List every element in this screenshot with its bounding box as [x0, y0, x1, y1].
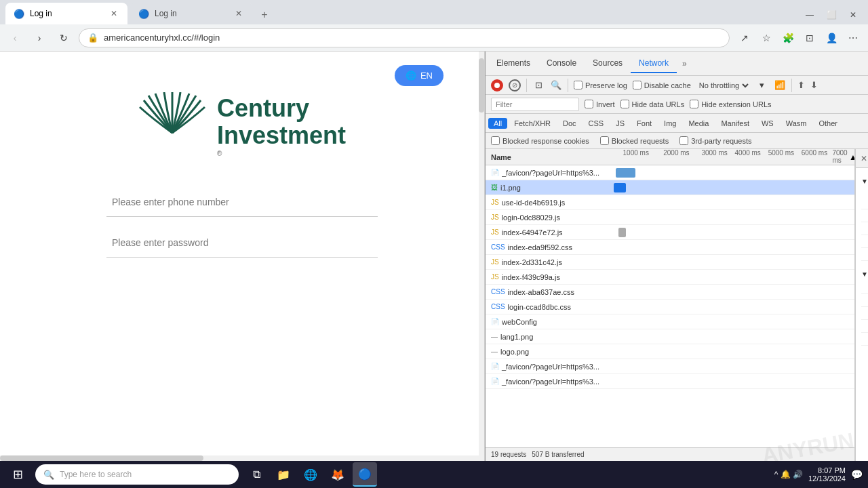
- type-all[interactable]: All: [488, 118, 507, 129]
- translate-button[interactable]: 🌐 EN: [395, 65, 443, 86]
- tab-1-close[interactable]: ✕: [108, 8, 119, 19]
- notification-icon[interactable]: 💬: [851, 469, 863, 480]
- file-row-14[interactable]: 📄 _favicon/?pageUrl=https%3...: [486, 374, 854, 389]
- type-fetch-xhr[interactable]: Fetch/XHR: [509, 118, 556, 129]
- v-scrollbar-thumb[interactable]: [479, 58, 484, 113]
- type-font[interactable]: Font: [631, 118, 657, 129]
- back-button[interactable]: ‹: [5, 28, 24, 47]
- file-row-3[interactable]: JS login-0dc88029.js: [486, 210, 854, 225]
- throttle-dropdown-icon[interactable]: ▾: [756, 79, 768, 92]
- sort-icon[interactable]: ▲: [849, 152, 854, 162]
- tab-2-close[interactable]: ✕: [233, 8, 244, 19]
- type-other[interactable]: Other: [813, 118, 843, 129]
- forward-button[interactable]: ›: [30, 28, 49, 47]
- address-input[interactable]: 🔒 americancenturyhxl.cc/#/login: [79, 28, 730, 47]
- type-ws[interactable]: WS: [756, 118, 779, 129]
- type-manifest[interactable]: Manifest: [715, 118, 755, 129]
- hide-ext-urls-checkbox[interactable]: Hide extension URLs: [690, 100, 771, 108]
- file-name-6: JS index-2d331c42.js: [486, 258, 611, 266]
- phone-input[interactable]: [106, 187, 378, 217]
- details-close-btn[interactable]: ✕: [856, 150, 868, 167]
- import-icon[interactable]: ⬆: [797, 80, 805, 90]
- wifi-icon[interactable]: 📶: [774, 79, 786, 92]
- star-icon[interactable]: ☆: [757, 28, 776, 47]
- profile-icon[interactable]: 👤: [822, 28, 841, 47]
- refresh-button[interactable]: ↻: [54, 28, 73, 47]
- extensions-icon[interactable]: 🧩: [778, 28, 797, 47]
- throttle-select[interactable]: No throttling: [696, 81, 751, 90]
- system-tray: ^ 🔔 🔊: [774, 470, 803, 479]
- tab-more[interactable]: »: [677, 55, 692, 73]
- type-doc[interactable]: Doc: [557, 118, 582, 129]
- export-icon[interactable]: ⬇: [810, 80, 818, 90]
- file-explorer-btn[interactable]: 📁: [271, 462, 296, 487]
- tab-network[interactable]: Network: [631, 54, 677, 73]
- file-row-0[interactable]: 📄 _favicon/?pageUrl=https%3...: [486, 165, 854, 180]
- menu-icon[interactable]: ⋯: [844, 28, 863, 47]
- blocked-response-checkbox[interactable]: Blocked response cookies: [491, 136, 589, 145]
- file-row-12[interactable]: — logo.png: [486, 344, 854, 359]
- address-bar: ‹ › ↻ 🔒 americancenturyhxl.cc/#/login ↗ …: [0, 24, 868, 52]
- split-view-icon[interactable]: ⊡: [800, 28, 819, 47]
- file-icon-14: 📄: [491, 378, 499, 385]
- minimize-button[interactable]: —: [800, 5, 819, 24]
- timeline-ruler: Name 1000 ms 2000 ms 3000 ms 4000 ms 500…: [486, 149, 854, 165]
- file-row-1[interactable]: 🖼 i1.png: [486, 180, 854, 195]
- file-row-2[interactable]: JS use-id-de4b6919.js: [486, 195, 854, 210]
- start-button[interactable]: ⊞: [5, 462, 30, 487]
- tab-console[interactable]: Console: [538, 54, 585, 73]
- type-img[interactable]: Img: [658, 118, 682, 129]
- file-name-12: — logo.png: [486, 348, 611, 356]
- new-tab-button[interactable]: +: [255, 5, 274, 24]
- search-placeholder-text: Type here to search: [60, 470, 132, 479]
- type-wasm[interactable]: Wasm: [781, 118, 812, 129]
- tab-elements[interactable]: Elements: [488, 54, 538, 73]
- remote-address-row: Remote Address: 104.18.20.48:443: [861, 235, 868, 248]
- search-icon[interactable]: 🔍: [550, 79, 562, 92]
- clear-button[interactable]: ⊘: [509, 79, 521, 92]
- file-row-6[interactable]: JS index-2d331c42.js: [486, 255, 854, 270]
- type-css[interactable]: CSS: [583, 118, 610, 129]
- share-icon[interactable]: ↗: [735, 28, 754, 47]
- maximize-button[interactable]: ⬜: [822, 5, 841, 24]
- file-row-4[interactable]: JS index-64947e72.js: [486, 225, 854, 240]
- tab-sources[interactable]: Sources: [585, 54, 631, 73]
- blocked-requests-checkbox[interactable]: Blocked requests: [600, 136, 669, 145]
- browser-btn-2[interactable]: 🦊: [326, 462, 350, 487]
- response-headers-section-header[interactable]: ▼ Response Headers: [861, 266, 868, 281]
- file-icon-11: —: [491, 333, 498, 340]
- general-section-header[interactable]: ▼ General: [861, 174, 868, 188]
- preserve-log-checkbox[interactable]: Preserve log: [574, 81, 627, 89]
- file-name-14: 📄 _favicon/?pageUrl=https%3...: [486, 378, 611, 386]
- browser-btn-1[interactable]: 🌐: [298, 462, 323, 487]
- third-party-checkbox[interactable]: 3rd-party requests: [679, 136, 751, 145]
- disable-cache-checkbox[interactable]: Disable cache: [633, 81, 691, 89]
- filter-input[interactable]: [491, 98, 579, 111]
- file-row-8[interactable]: CSS index-aba637ae.css: [486, 285, 854, 300]
- timeline-row-4: [611, 225, 854, 239]
- file-row-13[interactable]: 📄 _favicon/?pageUrl=https%3...: [486, 359, 854, 374]
- vertical-scrollbar[interactable]: [479, 52, 484, 461]
- tab-1[interactable]: 🔵 Log in ✕: [5, 3, 127, 24]
- invert-checkbox[interactable]: Invert: [585, 100, 615, 108]
- scrollbar-thumb[interactable]: [0, 455, 203, 461]
- password-input[interactable]: [106, 228, 378, 258]
- record-button[interactable]: [491, 79, 503, 92]
- horizontal-scrollbar[interactable]: [0, 455, 485, 461]
- task-view-button[interactable]: ⧉: [244, 462, 269, 487]
- type-media[interactable]: Media: [683, 118, 714, 129]
- file-row-10[interactable]: 📄 webConfig: [486, 314, 854, 329]
- file-row-9[interactable]: CSS login-ccad8dbc.css: [486, 300, 854, 314]
- page-content: 🌐 EN: [0, 52, 485, 461]
- hide-data-urls-checkbox[interactable]: Hide data URLs: [620, 100, 685, 108]
- file-row-5[interactable]: CSS index-eda9f592.css: [486, 240, 854, 255]
- type-js[interactable]: JS: [610, 118, 630, 129]
- chrome-btn[interactable]: 🔵: [353, 462, 377, 487]
- close-button[interactable]: ✕: [844, 5, 863, 24]
- file-row-11[interactable]: — lang1.png: [486, 329, 854, 344]
- tab-2[interactable]: 🔵 Log in ✕: [130, 3, 252, 24]
- file-row-7[interactable]: JS index-f439c99a.js: [486, 270, 854, 285]
- filter-icon[interactable]: ⊡: [532, 79, 545, 92]
- file-name-2: JS use-id-de4b6919.js: [486, 199, 611, 207]
- taskbar-search[interactable]: 🔍 Type here to search: [35, 464, 239, 485]
